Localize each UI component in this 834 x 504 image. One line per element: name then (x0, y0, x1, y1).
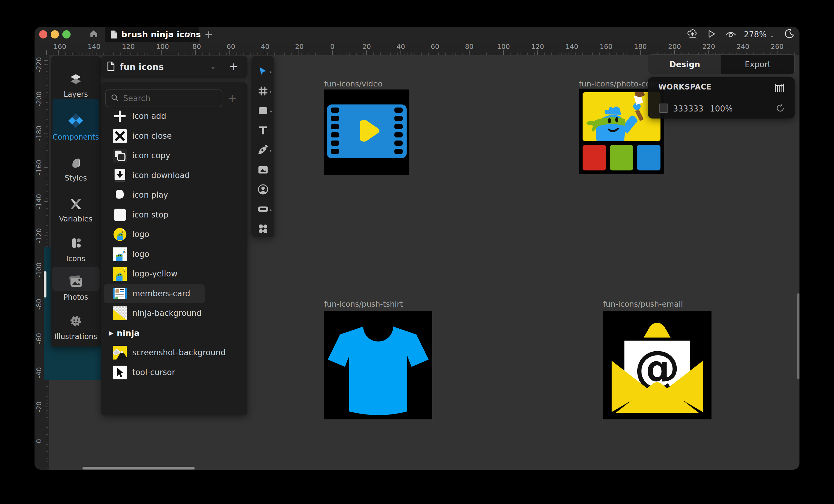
component-row[interactable]: ninja-background (101, 303, 247, 323)
tab-export[interactable]: Export (721, 55, 794, 74)
minimize-window-button[interactable] (51, 30, 59, 39)
add-component-button[interactable]: + (225, 91, 239, 105)
zoom-window-button[interactable] (62, 30, 70, 39)
ruler-tick-label: -120 (35, 228, 43, 243)
ruler-tick-label: -180 (35, 126, 43, 141)
workspace-settings-icon[interactable] (775, 83, 784, 94)
artboard-push-tshirt[interactable] (324, 311, 432, 419)
ruler-tick-label: -20 (293, 43, 304, 50)
ruler-tick-label: 40 (397, 43, 405, 50)
workspace-color-value[interactable]: 333333 (673, 104, 703, 113)
tool-avatar[interactable] (251, 180, 275, 199)
artboard-push-email[interactable]: @ (603, 311, 711, 419)
component-row[interactable]: icon stop (101, 205, 247, 224)
component-row[interactable]: logo (101, 244, 247, 264)
artboard-label-video[interactable]: fun-icons/video (324, 80, 382, 88)
search-placeholder: Search (123, 94, 150, 103)
component-group-row[interactable]: ▶ ninja (101, 323, 247, 343)
component-row-label: screenshot-background (132, 348, 226, 357)
tool-image[interactable] (251, 161, 275, 180)
present-button[interactable] (705, 28, 718, 41)
sidebar-item-photos[interactable]: Photos (51, 275, 101, 302)
ruler-tick-label: -80 (35, 299, 43, 310)
reset-icon[interactable] (776, 104, 785, 114)
canvas-vertical-scrollbar[interactable] (797, 293, 799, 379)
component-row[interactable]: screenshot-background (101, 343, 247, 362)
moon-icon (784, 28, 795, 41)
sidebar-item-layers[interactable]: Layers (51, 73, 101, 98)
component-row[interactable]: icon close (101, 126, 247, 146)
component-row-label: logo (132, 230, 149, 239)
component-row[interactable]: tool-cursor (101, 363, 247, 382)
ruler-tick-label: 0 (330, 43, 334, 50)
add-document-button[interactable]: + (229, 60, 238, 73)
sidebar-item-variables[interactable]: Variables (51, 198, 101, 223)
component-row-label: tool-cursor (132, 368, 175, 377)
ruler-tick-label: 200 (668, 43, 681, 50)
component-row[interactable]: icon copy (101, 146, 247, 165)
sidebar-item-icons[interactable]: Icons (51, 237, 101, 263)
tool-frame[interactable]: ▸ (251, 82, 275, 101)
chevron-down-icon[interactable]: ⌄ (210, 63, 216, 70)
ruler-tick-label: 100 (497, 43, 510, 50)
components-doc-header[interactable]: fun icons ⌄ + (101, 56, 247, 78)
image-icon (258, 166, 268, 175)
document-tab[interactable]: brush ninja icons × (105, 27, 199, 42)
horizontal-ruler[interactable]: -160-140-120-100-80-60-40-20020406080100… (35, 42, 799, 55)
tool-components[interactable] (251, 220, 275, 239)
zoom-control[interactable]: 278% ⌄ (744, 27, 775, 42)
expand-triangle-icon[interactable]: ▶ (109, 329, 113, 336)
chevron-down-icon: ⌄ (770, 31, 775, 39)
component-row-label: icon copy (132, 151, 170, 160)
tshirt-graphic (324, 311, 432, 419)
publish-button[interactable] (686, 28, 699, 41)
tool-rectangle[interactable]: ▸ (251, 102, 275, 120)
component-row[interactable]: members-card (101, 284, 247, 303)
canvas-horizontal-scrollbar[interactable] (83, 467, 195, 469)
tool-button[interactable]: ▸ (251, 200, 275, 219)
component-row-label: icon close (132, 131, 172, 140)
ruler-tick-label: -40 (259, 43, 269, 50)
sidebar-scrollbar[interactable] (44, 271, 46, 298)
ruler-tick-label: -140 (85, 43, 101, 50)
preview-button[interactable] (725, 28, 737, 41)
component-row[interactable]: icon play (101, 185, 247, 205)
artboard-video[interactable] (324, 89, 409, 175)
component-row[interactable]: icon download (101, 166, 247, 185)
play-icon (706, 29, 717, 40)
component-row-label: members-card (132, 289, 190, 298)
search-input[interactable]: Search (105, 89, 222, 107)
sidebar-item-label: Variables (59, 215, 92, 223)
styles-icon (69, 157, 83, 171)
ruler-tick-label: -40 (35, 367, 43, 378)
component-group-label: ninja (117, 328, 139, 338)
new-tab-button[interactable]: + (203, 29, 214, 40)
ruler-tick-label: -160 (35, 160, 43, 175)
artboard-label-push-tshirt[interactable]: fun-icons/push-tshirt (324, 300, 403, 308)
home-button[interactable] (88, 29, 99, 40)
workspace-opacity-value[interactable]: 100% (710, 104, 732, 113)
document-outline-icon (107, 61, 115, 72)
sidebar-item-illustrations[interactable]: Illustrations (51, 314, 101, 341)
tool-pen[interactable]: ▸ (251, 141, 275, 160)
tool-cursor-thumbnail (113, 366, 127, 379)
tool-select[interactable]: ▸ (251, 62, 275, 81)
tool-text[interactable] (251, 122, 275, 140)
workspace-color-swatch[interactable] (659, 104, 668, 113)
dark-mode-toggle[interactable] (783, 28, 795, 41)
tab-close-icon[interactable]: × (185, 30, 192, 38)
plus-thumbnail (113, 109, 127, 123)
ruler-tick-label: 240 (737, 43, 749, 50)
component-row[interactable]: logo (101, 224, 247, 244)
sidebar-item-components[interactable]: Components (51, 113, 101, 141)
close-window-button[interactable] (39, 30, 47, 39)
titlebar: brush ninja icons × + (35, 27, 799, 42)
component-row[interactable]: logo-yellow (101, 264, 247, 283)
sidebar-item-styles[interactable]: Styles (51, 157, 101, 182)
icons-icon (69, 237, 83, 251)
component-row-label: icon add (132, 111, 166, 120)
artboard-label-push-email[interactable]: fun-icons/push-email (603, 300, 683, 308)
ninja-background-thumbnail (113, 306, 127, 320)
component-row[interactable]: icon add (101, 106, 247, 126)
tab-design[interactable]: Design (648, 55, 721, 74)
